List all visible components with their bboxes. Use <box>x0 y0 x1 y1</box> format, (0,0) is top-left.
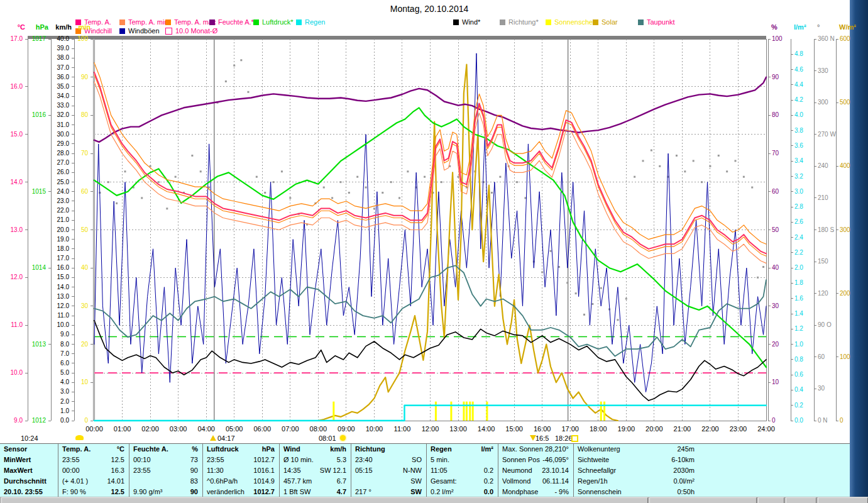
axis-tick-label: 0.2 <box>794 402 816 409</box>
table-label: 00:00 <box>62 467 80 474</box>
axis-unit-sunmin: min <box>65 24 91 31</box>
axis-tick-label: 14.0 <box>48 284 69 290</box>
table-value: 1012.7 <box>253 488 275 495</box>
table-label: Mondphase <box>502 488 539 495</box>
axis-tick-label: 4.8 <box>794 51 816 57</box>
table-label: MaxWert <box>4 467 33 474</box>
table-label: 05:15 <box>355 467 373 474</box>
table-label: 23:55 <box>207 456 224 463</box>
axis-tick-label: 1012 <box>25 417 46 424</box>
axis-tick-label: 300 <box>840 227 861 233</box>
axis-tick-label: 8.0 <box>48 341 69 348</box>
axis-tick-label: 90 <box>67 74 88 80</box>
table-label: 00:10 <box>133 456 151 463</box>
time-tick-label: 14:00 <box>476 426 497 432</box>
axis-tick-label: 1.0 <box>794 341 816 348</box>
table-label: Wolkenunterg <box>578 445 620 453</box>
axis-tick-label: 9.0 <box>1 417 23 424</box>
wind-direction-dot <box>339 181 341 183</box>
square-icon <box>571 435 578 442</box>
axis-tick-label: 14.0 <box>1 179 23 185</box>
table-label: Luftdruck <box>207 445 239 453</box>
wind-direction-dot <box>348 192 350 194</box>
wind-direction-dot <box>762 266 764 268</box>
table-value: 0.2 <box>484 477 493 485</box>
table-label: Neumond <box>502 467 532 474</box>
wind-direction-dot <box>424 176 426 178</box>
table-label: 14:35 <box>283 467 301 474</box>
time-tick-label: 19:00 <box>615 426 637 432</box>
status-bar-panel <box>818 497 868 503</box>
wind-direction-dot <box>233 65 235 67</box>
axis-tick-label: 4.2 <box>794 97 816 103</box>
table-value: 90 <box>190 488 198 495</box>
wind-direction-dot <box>757 277 759 279</box>
sunshine-bar <box>472 402 474 421</box>
axis-tick-label: 2.0 <box>794 265 816 271</box>
table-value: 0.0 <box>484 488 493 495</box>
time-tick-label: 02:00 <box>140 426 161 432</box>
time-tick-label: 20:00 <box>644 426 665 432</box>
time-tick-label: 06:00 <box>251 426 273 432</box>
axis-tick-label: 120 <box>818 290 839 297</box>
axis-tick-label: 40 <box>67 265 88 271</box>
axis-tick-label: 30.0 <box>48 131 69 138</box>
time-tick-label: 23:00 <box>727 426 749 432</box>
axis-tick-label: 20 <box>67 341 88 348</box>
table-value: 0.2 <box>484 467 493 474</box>
axis-tick-label: 0.0 <box>48 417 69 424</box>
axis-tick-label: 10.0 <box>1 370 23 376</box>
axis-tick-label: 33.0 <box>48 102 69 109</box>
axis-tick-label: 300 <box>818 99 839 106</box>
table-value: 12.5 <box>111 488 124 495</box>
axis-tick-label: 0.8 <box>794 357 816 363</box>
axis-tick-label: 7.0 <box>48 351 69 357</box>
sunshine-bar <box>600 402 602 421</box>
wind-direction-dot <box>566 282 568 284</box>
up-arrow-icon <box>210 435 216 441</box>
table-column-wind: Windkm/hØ 10 min.5.314:35SW 12.1457.7 km… <box>279 444 351 497</box>
table-label: Max. Sonnen <box>502 445 543 453</box>
wind-direction-dot <box>458 176 459 178</box>
table-label: Gesamt: <box>431 477 457 485</box>
axis-tick-label: 1016 <box>25 112 46 118</box>
axis-unit-direction: ° <box>817 24 842 31</box>
table-value: 1012.7 <box>253 456 275 463</box>
table-value: - 9% <box>554 488 569 495</box>
time-tick-label: 01:00 <box>112 426 133 432</box>
axis-tick-label: 30 <box>818 385 839 392</box>
wind-direction-dot <box>600 287 602 289</box>
axis-tick-label: 100 <box>840 354 861 360</box>
axis-tick-label: 60 <box>818 354 839 360</box>
axis-tick-label: 60 <box>67 189 88 195</box>
axis-tick-label: 23.0 <box>48 198 69 204</box>
wind-direction-dot <box>175 176 177 178</box>
axis-tick-label: 2.6 <box>794 219 816 225</box>
wind-direction-dot <box>208 187 210 189</box>
weather-chart-window: Montag, 20.10.2014 Temp. A.Temp. A. minT… <box>0 0 868 503</box>
table-value: SW <box>410 477 422 485</box>
axis-tick-label: 10 <box>67 379 88 385</box>
table-value: % <box>192 445 198 453</box>
axis-tick-label: 70 <box>772 150 793 157</box>
axis-tick-label: 60 <box>772 189 793 195</box>
table-label: Richtung <box>355 445 385 453</box>
table-label: 11:30 <box>207 467 224 474</box>
axis-tick-label: 12.0 <box>48 303 69 309</box>
table-value: 2030m <box>673 467 695 474</box>
axis-tick-label: 0.6 <box>794 372 816 378</box>
axis-tick-label: 360 N <box>818 36 839 42</box>
time-tick-label: 05:00 <box>224 426 245 432</box>
axis-tick-label: 180 S <box>818 227 839 233</box>
axis-tick-label: 28.0 <box>48 150 69 157</box>
axis-tick-label: 37.0 <box>48 65 69 71</box>
wind-direction-dot <box>390 181 392 183</box>
astro-marker-sunrise: 08:01 <box>319 434 336 442</box>
astro-marker-moonset: 16:5 <box>536 434 549 442</box>
wind-direction-dot <box>240 59 242 61</box>
wind-direction-dot <box>499 176 501 178</box>
wind-direction-dot <box>575 292 577 294</box>
wind-direction-dot <box>642 160 644 162</box>
table-value: SO <box>412 456 422 463</box>
wind-direction-dot <box>701 181 703 183</box>
